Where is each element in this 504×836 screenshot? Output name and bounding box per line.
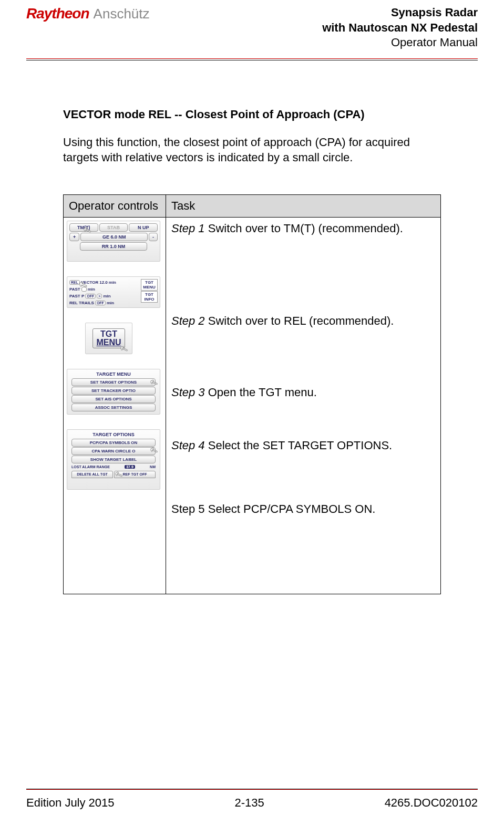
- rr-button[interactable]: RR 1.0 NM: [80, 242, 147, 251]
- step-4-text: Select the SET TARGET OPTIONS.: [205, 439, 393, 452]
- header-doc-title: Synapsis Radar with Nautoscan NX Pedesta…: [322, 5, 478, 50]
- lost-alarm-range-label: LOST ALARM RANGE: [71, 465, 110, 469]
- footer-page-number: 2-135: [234, 796, 264, 810]
- step-2-label: Step 2: [171, 314, 205, 327]
- rel-toggle[interactable]: REL: [69, 280, 80, 285]
- pastp-off[interactable]: OFF: [85, 294, 96, 298]
- operator-table: Operator controls Task TM(T) STAB N UP +: [63, 194, 441, 594]
- page-footer: Edition July 2015 2-135 4265.DOC020102: [26, 788, 478, 810]
- tgt-info-side[interactable]: TGTINFO: [141, 291, 158, 303]
- set-ais-options-button[interactable]: SET AIS OPTIONS: [71, 395, 156, 403]
- step-4-label: Step 4: [171, 439, 205, 452]
- nm-unit: NM: [150, 465, 156, 469]
- step-5-text: Step 5 Select PCP/CPA SYMBOLS ON.: [171, 502, 435, 516]
- lost-alarm-range-value[interactable]: 37.9: [125, 465, 135, 469]
- task-cell: Step 1 Switch over to TM(T) (recommended…: [166, 218, 441, 594]
- minus-button[interactable]: -: [149, 233, 158, 241]
- tgt-menu-button[interactable]: TGT MENU: [92, 328, 125, 348]
- logo-group: Raytheon Anschütz: [26, 5, 150, 22]
- min-label: min: [103, 294, 110, 298]
- past-label: PAST: [69, 287, 80, 292]
- trails-off[interactable]: OFF: [95, 301, 106, 305]
- table-header-controls: Operator controls: [64, 195, 166, 218]
- step-3-label: Step 3: [171, 386, 205, 399]
- step-1-text: Switch over to TM(T) (recommended).: [205, 222, 403, 235]
- set-tracker-options-button[interactable]: SET TRACKER OPTIO: [71, 387, 156, 395]
- ui-target-options: TARGET OPTIONS PCP/CPA SYMBOLS ON CPA WA…: [67, 429, 160, 490]
- footer-rule-red: [26, 789, 478, 790]
- tm-button[interactable]: TM(T): [69, 223, 98, 232]
- step-2-text: Switch over to REL (recommended).: [205, 314, 394, 327]
- past-toggle[interactable]: [81, 287, 87, 292]
- header-line1: Synapsis Radar: [322, 5, 478, 20]
- step-1-label: Step 1: [171, 222, 205, 235]
- vector-value: 12.0: [99, 280, 108, 285]
- delete-all-tgt-button[interactable]: DELETE ALL TGT: [71, 471, 113, 478]
- pcp-cpa-symbols-button[interactable]: PCP/CPA SYMBOLS ON: [71, 439, 156, 447]
- rel-label: REL: [69, 301, 78, 305]
- footer-edition: Edition July 2015: [26, 796, 115, 810]
- show-target-label-button[interactable]: SHOW TARGET LABEL: [71, 456, 156, 463]
- footer-doc-number: 4265.DOC020102: [385, 796, 478, 810]
- header-rule-red: [26, 58, 478, 59]
- tgt-menu-side[interactable]: TGTMENU: [141, 279, 158, 291]
- table-header-task: Task: [166, 195, 441, 218]
- min-label: min: [107, 301, 114, 305]
- header-line3: Operator Manual: [322, 35, 478, 50]
- min-label: min: [109, 280, 116, 285]
- target-menu-title: TARGET MENU: [67, 370, 160, 378]
- ui-vector-panel: REL VECTOR 12.0 min PAST min PAST P: [67, 276, 160, 308]
- pastp-label: PAST P: [69, 294, 84, 298]
- pastp-more[interactable]: >: [97, 294, 102, 298]
- header-line2: with Nautoscan NX Pedestal: [322, 20, 478, 36]
- ui-target-menu: TARGET MENU SET TARGET OPTIONS SET TRACK…: [67, 369, 160, 415]
- plus-button[interactable]: +: [69, 233, 79, 241]
- min-label: min: [88, 287, 95, 292]
- step-3-text: Open the TGT menu.: [205, 386, 317, 399]
- ui-range-panel: TM(T) STAB N UP + GE 6.0 NM - RR 1.0 NM: [67, 221, 160, 262]
- vector-label: VECTOR: [81, 280, 98, 285]
- controls-cell: TM(T) STAB N UP + GE 6.0 NM - RR 1.0 NM: [64, 218, 166, 594]
- cpa-warn-circle-button[interactable]: CPA WARN CIRCLE O: [71, 447, 156, 455]
- logo-raytheon: Raytheon: [26, 5, 89, 22]
- target-options-title: TARGET OPTIONS: [67, 431, 160, 438]
- assoc-settings-button[interactable]: ASSOC SETTINGS: [71, 404, 156, 411]
- ui-tgt-menu: TGT MENU ↖: [85, 323, 132, 354]
- set-target-options-button[interactable]: SET TARGET OPTIONS: [71, 378, 156, 386]
- nup-button[interactable]: N UP: [129, 223, 158, 232]
- trails-label: TRAILS: [79, 301, 94, 305]
- section-title: VECTOR mode REL -- Closest Point of Appr…: [63, 108, 441, 121]
- section-description: Using this function, the closest point o…: [63, 135, 441, 166]
- ref-tgt-off-button[interactable]: REF TGT OFF: [114, 471, 156, 478]
- logo-anschutz: Anschütz: [94, 6, 150, 22]
- stab-button[interactable]: STAB: [99, 223, 128, 232]
- page-header: Raytheon Anschütz Synapsis Radar with Na…: [26, 0, 478, 58]
- range-display: GE 6.0 NM: [80, 233, 148, 241]
